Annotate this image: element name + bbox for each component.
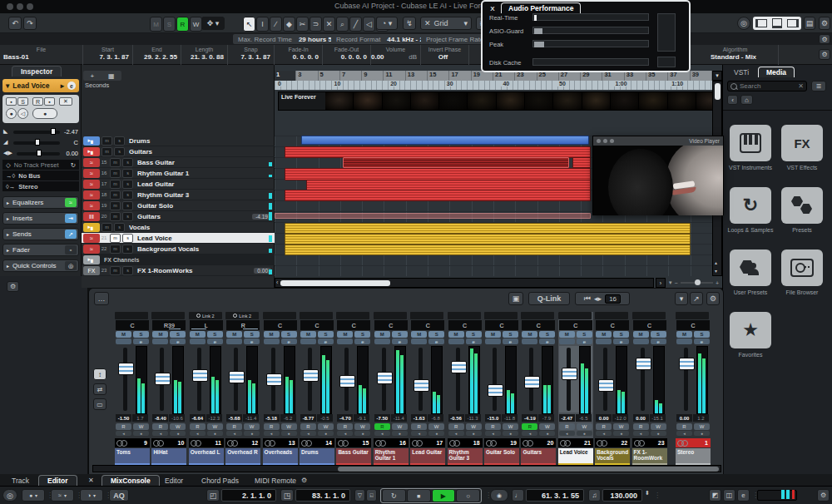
read-automation-button[interactable]: R <box>337 423 353 430</box>
listen-button[interactable] <box>485 338 501 344</box>
video-track-clip[interactable]: Live Forever <box>278 91 712 111</box>
volume-readout[interactable]: -4.19 <box>522 414 537 422</box>
rail-monitor-icon[interactable]: ▭ <box>93 398 106 410</box>
track-preset-row[interactable]: ◇ No Track Preset ↻ <box>2 160 79 170</box>
inspector-track-header[interactable]: ▾ Lead Voice ▸ e <box>2 79 79 92</box>
write-automation-button[interactable]: W <box>170 423 186 430</box>
tile-file-browser[interactable] <box>781 250 823 286</box>
mixer-menu-icon[interactable]: ▾ <box>675 292 688 305</box>
channel-name[interactable]: Overhead R <box>225 448 260 463</box>
scroll-right-icon[interactable]: › <box>656 278 666 288</box>
pan-control[interactable]: C <box>116 320 149 330</box>
volume-readout[interactable]: -2.47 <box>559 414 575 422</box>
record-enable-button[interactable]: ● <box>318 431 334 436</box>
section-fader[interactable]: ▸Fader▫ <box>2 244 79 256</box>
mixer-racks-icon[interactable]: … <box>94 292 109 305</box>
solo-button[interactable]: S <box>428 331 444 338</box>
record-enable-button[interactable]: ● <box>613 431 629 436</box>
volume-readout[interactable]: -1.63 <box>411 414 427 422</box>
record-enable-button[interactable]: ● <box>577 431 592 436</box>
record-enable-button[interactable]: ● <box>207 431 223 436</box>
listen-button[interactable] <box>676 338 692 344</box>
channel-name[interactable]: Overheads <box>263 448 298 463</box>
tile-presets[interactable] <box>781 187 823 224</box>
edit-channel-button[interactable]: e <box>577 338 592 344</box>
mixer-scrollbar[interactable] <box>92 465 721 472</box>
write-automation-button[interactable]: W <box>466 423 482 430</box>
fader-handle[interactable] <box>636 358 651 370</box>
fader-handle[interactable] <box>679 358 695 370</box>
channel-name[interactable]: Background Vocals <box>595 448 630 463</box>
mixer-channel-guitars[interactable]: CMSe-4.19-7.9RW◂●20Guitars <box>521 312 556 463</box>
right-zone-toggle[interactable] <box>787 19 799 27</box>
edit-channel-button[interactable]: e <box>281 338 297 344</box>
window-zoom-icon[interactable] <box>27 3 33 10</box>
tool-1[interactable]: I <box>256 17 269 32</box>
rail-routing-icon[interactable]: ⇄ <box>93 383 106 395</box>
tool-0[interactable]: ↖ <box>243 17 255 32</box>
fader-handle[interactable] <box>562 368 577 380</box>
listen-button[interactable] <box>300 338 316 344</box>
volume-readout[interactable]: -8.77 <box>300 414 316 422</box>
tool-4[interactable]: ✂ <box>296 17 309 32</box>
track-row-guitar-solo[interactable]: ≈19msGuitar Solo <box>82 200 275 211</box>
solo-button[interactable]: S <box>539 331 555 338</box>
edit-channel-button[interactable]: e <box>244 338 260 344</box>
tab-track[interactable]: Track <box>3 475 37 486</box>
write-automation-button[interactable]: W <box>244 423 260 430</box>
monitor-button[interactable]: ◁ <box>17 108 28 119</box>
snap-icon[interactable]: ↯ <box>403 17 416 30</box>
mixer-channel-drums[interactable]: CMSe-8.77-0.5RW◂●14Drums <box>300 312 334 463</box>
edit-channel-button[interactable]: e <box>503 338 518 344</box>
setup-window-icon[interactable]: ▤ <box>804 17 815 30</box>
channel-name[interactable]: Bass Guitar <box>336 448 371 463</box>
video-player-titlebar[interactable]: Video Player <box>593 136 723 146</box>
pan-control[interactable]: C <box>411 320 444 330</box>
monitor-button[interactable]: ◂ <box>300 431 316 436</box>
record-mode-button[interactable]: ●▾ <box>22 489 45 502</box>
ruler-dropdown-icon[interactable]: ▾ <box>712 71 722 81</box>
info-col-length[interactable]: Length21. 3. 0. 88 <box>181 45 228 65</box>
solo-button[interactable]: S <box>503 331 518 338</box>
mixer-channel-toms[interactable]: CMSe-1.501.7RW◂●9Toms <box>115 312 150 463</box>
write-automation-button[interactable]: W <box>694 423 710 430</box>
scroll-left-icon[interactable]: ‹ <box>276 279 278 285</box>
solo-button[interactable]: S <box>281 331 297 338</box>
edit-channel-button[interactable]: e <box>170 338 186 344</box>
solo-button[interactable]: S <box>694 331 710 338</box>
info-col-end[interactable]: End29. 2. 2. 55 <box>133 45 181 65</box>
record-enable-button[interactable]: ● <box>170 431 186 436</box>
monitor-button[interactable]: ◂ <box>116 431 131 436</box>
record-enable-button[interactable]: ● <box>503 431 518 436</box>
mute-button[interactable]: M <box>676 331 692 338</box>
info-col-file[interactable]: FileBass-01 <box>0 45 83 65</box>
mixer-channel-overhead-r[interactable]: Link 2RMSe-5.68-11.4RW◂●12Overhead R <box>225 312 260 463</box>
channel-name[interactable]: Guitar Solo <box>484 448 519 463</box>
track-row-fx-1-roomworks[interactable]: FX23msFX 1-RoomWorks0.00 <box>82 265 275 276</box>
monitor-button[interactable]: ◂ <box>411 431 427 436</box>
ruler-track-name[interactable]: Seconds <box>85 82 109 89</box>
tab-media[interactable]: Media <box>758 67 795 77</box>
mute-button[interactable]: M <box>337 331 353 338</box>
info-col-snap[interactable]: Snap7. 3. 1. 87 <box>228 45 275 65</box>
mute-button[interactable]: m <box>110 201 121 210</box>
volume-readout[interactable]: 0.00 <box>633 414 649 422</box>
toolbar-m-button[interactable]: M <box>150 17 162 32</box>
width-icon[interactable]: ◂▸ <box>594 294 602 303</box>
mixer-channel-rhythm-guitar-3[interactable]: CMSe-0.56-11.3RW◂●18Rhythm Guitar 3 <box>448 312 483 463</box>
monitor-button[interactable]: ◂ <box>633 431 649 436</box>
edit-channel-button[interactable]: e <box>613 338 629 344</box>
audio-event-red[interactable] <box>285 146 591 158</box>
quick controls-icon[interactable]: ◎ <box>65 261 77 270</box>
mute-button[interactable]: M <box>116 331 131 338</box>
listen-button[interactable] <box>337 338 353 344</box>
listen-button[interactable] <box>633 338 649 344</box>
read-automation-button[interactable]: R <box>522 423 537 430</box>
mute-button[interactable]: m <box>110 180 121 189</box>
tool-6[interactable]: ✕ <box>323 17 335 32</box>
read-automation-button[interactable]: R <box>152 423 168 430</box>
write-automation-button[interactable]: W <box>651 423 666 430</box>
quantize-mode-button[interactable]: ◑▾ <box>80 489 103 502</box>
mute-button[interactable]: m <box>110 169 121 178</box>
solo-button[interactable]: s <box>114 136 125 146</box>
